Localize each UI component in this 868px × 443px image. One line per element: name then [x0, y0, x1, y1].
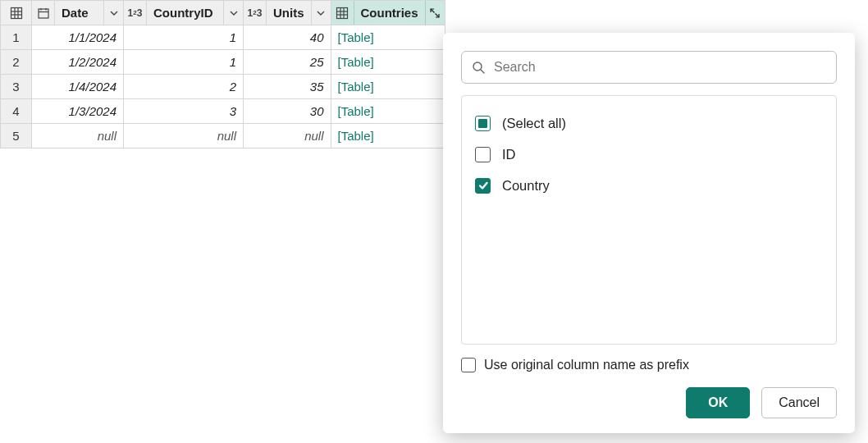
- row-number: 1: [1, 25, 32, 50]
- filter-icon[interactable]: [311, 1, 331, 25]
- svg-rect-9: [337, 7, 348, 18]
- column-list: (Select all) ID Country: [461, 95, 837, 345]
- option-select-all[interactable]: (Select all): [475, 107, 823, 139]
- table-row[interactable]: 3 1/4/2024 2 35 [Table]: [1, 75, 445, 99]
- svg-rect-0: [11, 7, 21, 18]
- table-row[interactable]: 4 1/3/2024 3 30 [Table]: [1, 99, 445, 124]
- table-row[interactable]: 5 null null null [Table]: [1, 124, 445, 148]
- cell-countryid[interactable]: 3: [124, 99, 244, 124]
- cell-units[interactable]: 35: [244, 75, 331, 99]
- column-header-units[interactable]: 123 Units: [244, 1, 331, 25]
- table-icon: [10, 7, 23, 20]
- table-type-icon: [331, 1, 354, 25]
- column-label: Date: [55, 6, 103, 20]
- cell-countries[interactable]: [Table]: [331, 75, 445, 99]
- cell-countryid[interactable]: 1: [124, 50, 244, 75]
- column-header-date[interactable]: Date: [32, 1, 124, 25]
- cell-countries[interactable]: [Table]: [331, 124, 445, 148]
- option-country[interactable]: Country: [475, 170, 823, 201]
- checkbox-indeterminate-icon[interactable]: [475, 116, 491, 131]
- row-number: 4: [1, 99, 32, 124]
- row-number: 3: [1, 75, 32, 99]
- cell-countryid[interactable]: null: [124, 124, 244, 148]
- search-box[interactable]: [461, 51, 837, 84]
- search-input[interactable]: [494, 60, 826, 75]
- cell-date[interactable]: 1/4/2024: [32, 75, 124, 99]
- table-row[interactable]: 1 1/1/2024 1 40 [Table]: [1, 25, 445, 50]
- header-row: Date 123 CountryID 123 U: [1, 1, 445, 25]
- cell-units[interactable]: 30: [244, 99, 331, 124]
- expand-columns-popup: (Select all) ID Country Use original col…: [443, 33, 855, 433]
- number-type-icon: 123: [244, 1, 267, 25]
- svg-point-14: [473, 62, 482, 71]
- cell-units[interactable]: null: [244, 124, 331, 148]
- cell-units[interactable]: 40: [244, 25, 331, 50]
- number-type-icon: 123: [124, 1, 147, 25]
- filter-icon[interactable]: [103, 1, 123, 25]
- row-number: 5: [1, 124, 32, 148]
- option-label: Country: [502, 178, 550, 194]
- svg-line-15: [481, 70, 484, 73]
- prefix-option[interactable]: Use original column name as prefix: [461, 358, 837, 372]
- svg-rect-5: [39, 9, 48, 18]
- option-id[interactable]: ID: [475, 139, 823, 170]
- column-header-countryid[interactable]: 123 CountryID: [124, 1, 244, 25]
- cell-countryid[interactable]: 1: [124, 25, 244, 50]
- cell-countryid[interactable]: 2: [124, 75, 244, 99]
- column-label: CountryID: [147, 6, 223, 20]
- date-type-icon: [32, 1, 55, 25]
- checkbox-checked-icon[interactable]: [475, 178, 491, 194]
- option-label: ID: [502, 147, 516, 162]
- search-icon: [472, 61, 486, 75]
- cell-countries[interactable]: [Table]: [331, 99, 445, 124]
- button-row: OK Cancel: [461, 387, 837, 418]
- column-label: Units: [267, 6, 311, 20]
- prefix-label: Use original column name as prefix: [484, 358, 689, 372]
- checkbox-unchecked-icon[interactable]: [475, 147, 491, 162]
- cell-date[interactable]: 1/1/2024: [32, 25, 124, 50]
- cell-date[interactable]: 1/2/2024: [32, 50, 124, 75]
- column-header-countries[interactable]: Countries: [331, 1, 445, 25]
- expand-icon[interactable]: [425, 1, 445, 25]
- cell-units[interactable]: 25: [244, 50, 331, 75]
- data-table: Date 123 CountryID 123 U: [0, 0, 445, 148]
- cancel-button[interactable]: Cancel: [761, 387, 837, 418]
- row-number-header: [1, 1, 32, 25]
- cell-countries[interactable]: [Table]: [331, 50, 445, 75]
- option-label: (Select all): [502, 116, 566, 131]
- cell-date[interactable]: null: [32, 124, 124, 148]
- ok-button[interactable]: OK: [686, 387, 750, 418]
- cell-countries[interactable]: [Table]: [331, 25, 445, 50]
- cell-date[interactable]: 1/3/2024: [32, 99, 124, 124]
- column-label: Countries: [354, 6, 425, 20]
- filter-icon[interactable]: [223, 1, 243, 25]
- table-row[interactable]: 2 1/2/2024 1 25 [Table]: [1, 50, 445, 75]
- checkbox-unchecked-icon[interactable]: [461, 358, 476, 372]
- row-number: 2: [1, 50, 32, 75]
